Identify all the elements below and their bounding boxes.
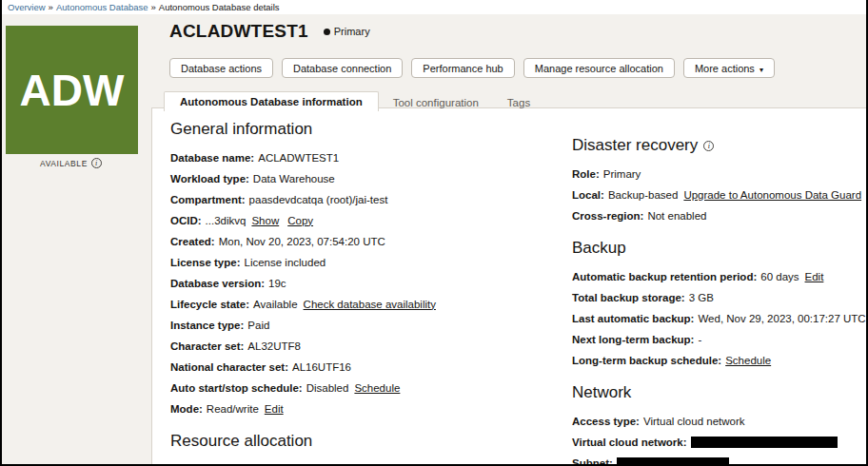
inline-link-show[interactable]: Show <box>251 215 279 226</box>
database-actions-button[interactable]: Database actions <box>169 58 273 78</box>
info-icon[interactable]: i <box>703 141 714 151</box>
field-mode: Mode:Read/writeEdit <box>170 400 572 417</box>
field-label: Virtual cloud network: <box>572 437 687 448</box>
field-value: Virtual cloud network <box>643 416 745 427</box>
field-value: Disabled <box>306 382 349 394</box>
field-access-type: Access type:Virtual cloud network <box>572 413 868 429</box>
breadcrumb-separator: » <box>49 2 53 12</box>
chevron-down-icon: ▾ <box>760 66 763 74</box>
details-panel: General informationDatabase name:ACLADWT… <box>151 107 866 464</box>
database-connection-button[interactable]: Database connection <box>282 58 403 78</box>
inline-link-schedule[interactable]: Schedule <box>725 355 771 366</box>
field-label: Database version: <box>170 278 265 289</box>
field-cross-region: Cross-region:Not enabled <box>572 207 868 223</box>
section-title: Resource allocation <box>170 432 572 451</box>
field-label: OCID: <box>170 215 202 226</box>
section-title: Backup <box>572 239 868 258</box>
field-value: - <box>698 334 701 345</box>
field-label: Auto start/stop schedule: <box>170 382 303 394</box>
field-label: Role: <box>572 168 600 180</box>
section-network: NetworkAccess type:Virtual cloud network… <box>572 383 868 466</box>
field-role: Role:Primary <box>572 165 868 182</box>
tab-tool-configuration[interactable]: Tool configuration <box>379 93 493 111</box>
field-value: Available <box>253 299 297 310</box>
field-virtual-cloud-network: Virtual cloud network: <box>572 434 868 450</box>
field-value: Backup-based <box>608 189 679 201</box>
inline-link-schedule[interactable]: Schedule <box>354 382 400 394</box>
performance-hub-button[interactable]: Performance hub <box>411 58 514 78</box>
section-title: General information <box>170 120 572 139</box>
more-actions-button[interactable]: More actions▾ <box>683 58 775 78</box>
field-total-backup-storage: Total backup storage:3 GB <box>572 289 868 305</box>
field-label: Access type: <box>572 416 640 427</box>
field-label: Character set: <box>170 340 244 352</box>
inline-link-edit[interactable]: Edit <box>805 271 824 282</box>
field-label: Subnet: <box>572 457 613 466</box>
breadcrumb-link-autonomous-database[interactable]: Autonomous Database <box>56 2 148 12</box>
inline-link-copy[interactable]: Copy <box>287 215 313 226</box>
tab-bar: Autonomous Database information Tool con… <box>164 91 544 111</box>
field-long-term-backup-schedule: Long-term backup schedule:Schedule <box>572 352 868 368</box>
tab-autonomous-database-information[interactable]: Autonomous Database information <box>164 91 379 111</box>
field-label: Database name: <box>170 152 254 164</box>
field-label: Next long-term backup: <box>572 334 694 345</box>
field-value: AL16UTF16 <box>292 361 351 373</box>
section-title: Disaster recoveryi <box>572 136 868 155</box>
field-subnet: Subnet: <box>572 455 868 466</box>
adw-tile: ADW <box>6 26 138 154</box>
tab-tags[interactable]: Tags <box>493 93 544 111</box>
field-label: Workload type: <box>170 173 249 184</box>
adw-tile-label: ADW <box>20 65 125 116</box>
field-value: Read/write <box>207 403 259 415</box>
field-value: License included <box>245 257 326 268</box>
field-database-name: Database name:ACLADWTEST1 <box>170 149 572 165</box>
field-lifecycle-state: Lifecycle state:AvailableCheck database … <box>170 296 572 312</box>
field-value: Primary <box>603 168 641 180</box>
role-dot-icon <box>324 29 330 35</box>
redacted-value <box>691 437 838 448</box>
manage-resource-allocation-button[interactable]: Manage resource allocation <box>523 58 675 78</box>
field-auto-start-stop-schedule: Auto start/stop schedule:DisabledSchedul… <box>170 379 572 396</box>
field-value: Paid <box>247 320 269 331</box>
field-database-version: Database version:19c <box>170 275 572 291</box>
breadcrumb-link-overview[interactable]: Overview <box>8 2 46 12</box>
field-last-automatic-backup: Last automatic backup:Wed, Nov 29, 2023,… <box>572 310 868 326</box>
field-ocid: OCID:...3dikvqShowCopy <box>170 212 572 228</box>
field-label: Lifecycle state: <box>170 299 249 310</box>
breadcrumb: Overview»Autonomous Database»Autonomous … <box>2 0 866 14</box>
field-value: Wed, Nov 29, 2023, 00:17:27 UTC <box>698 313 865 324</box>
field-value: paasdevdcatqa (root)/jai-test <box>249 194 388 205</box>
inline-link-edit[interactable]: Edit <box>265 403 284 415</box>
section-general-information: General informationDatabase name:ACLADWT… <box>170 120 572 417</box>
section-resource-allocation: Resource allocationECPU count:2Compute a… <box>170 432 572 466</box>
field-local: Local:Backup-basedUpgrade to Autonomous … <box>572 186 868 203</box>
field-value: Mon, Nov 20, 2023, 07:54:20 UTC <box>219 236 385 247</box>
field-instance-type: Instance type:Paid <box>170 317 572 333</box>
field-ecpu-count: ECPU count:2 <box>170 461 572 466</box>
field-label: Created: <box>170 236 215 247</box>
field-value: ACLADWTEST1 <box>258 152 339 164</box>
field-label: License type: <box>170 257 241 268</box>
field-created: Created:Mon, Nov 20, 2023, 07:54:20 UTC <box>170 233 572 249</box>
action-toolbar: Database actions Database connection Per… <box>169 58 775 78</box>
status-text: AVAILABLE <box>40 159 88 168</box>
field-label: Total backup storage: <box>572 292 685 303</box>
status-badge: AVAILABLE i <box>4 158 138 168</box>
inline-link-check-database-availability[interactable]: Check database availability <box>304 299 436 310</box>
field-label: Automatic backup retention period: <box>572 271 757 282</box>
field-license-type: License type:License included <box>170 254 572 270</box>
field-value: Not enabled <box>647 210 706 222</box>
inline-link-upgrade-to-autonomous-data-guard[interactable]: Upgrade to Autonomous Data Guard <box>683 189 861 201</box>
section-disaster-recovery: Disaster recoveryiRole:PrimaryLocal:Back… <box>572 136 868 223</box>
header: ACLADWTEST1 Primary <box>169 21 370 42</box>
field-label: Local: <box>572 189 604 201</box>
page-title: ACLADWTEST1 <box>169 21 308 42</box>
field-label: Compartment: <box>170 194 246 205</box>
section-title: Network <box>572 383 868 402</box>
primary-role-badge: Primary <box>324 26 370 37</box>
field-value: 3 GB <box>689 292 714 303</box>
field-value: Data Warehouse <box>253 173 335 184</box>
field-label: Last automatic backup: <box>572 313 694 324</box>
info-icon[interactable]: i <box>91 158 102 168</box>
breadcrumb-separator: » <box>151 2 156 12</box>
